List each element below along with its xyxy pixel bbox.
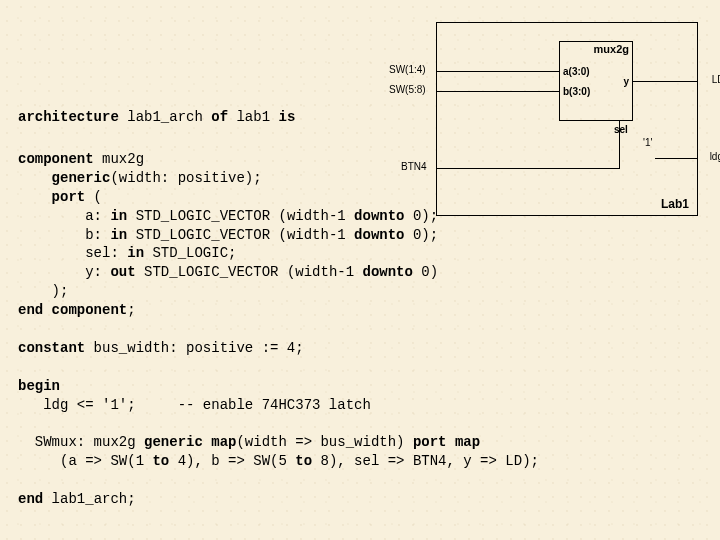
port-a: a(3:0) (563, 66, 590, 77)
wire-a (437, 71, 559, 72)
lab1-label: Lab1 (661, 197, 689, 211)
kw: architecture (18, 109, 119, 125)
label-one: '1' (643, 137, 652, 148)
port-y: y (623, 76, 629, 87)
wire-sel-v (619, 120, 620, 169)
port-sel: sel (614, 124, 628, 135)
wire-y (632, 81, 697, 82)
wire-sel-h (437, 168, 619, 169)
label-ld14: LD(1:4) (712, 74, 720, 85)
label-btn4: BTN4 (401, 161, 427, 172)
label-ldg: ldg (710, 151, 720, 162)
wire-ldg (655, 158, 697, 159)
label-sw58: SW(5:8) (389, 84, 426, 95)
mux-box: mux2g a(3:0) b(3:0) y sel (559, 41, 633, 121)
mux-label: mux2g (594, 43, 629, 55)
block-diagram: mux2g a(3:0) b(3:0) y sel SW(1:4) SW(5:8… (436, 22, 698, 216)
label-sw14: SW(1:4) (389, 64, 426, 75)
port-b: b(3:0) (563, 86, 590, 97)
wire-b (437, 91, 559, 92)
code-line-1: architecture lab1_arch of lab1 is (18, 108, 295, 127)
